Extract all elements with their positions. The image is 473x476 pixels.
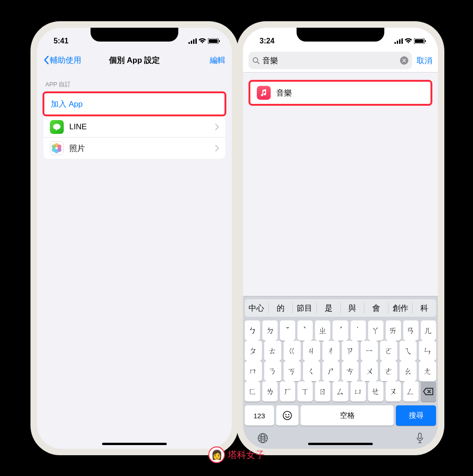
- photos-icon: [50, 141, 64, 155]
- list-item-photos[interactable]: 照片: [43, 138, 225, 159]
- key[interactable]: ㄧ: [361, 341, 378, 361]
- line-label: LINE: [69, 122, 215, 132]
- key-123[interactable]: 123: [245, 405, 274, 426]
- clear-button[interactable]: [400, 56, 408, 65]
- suggestion-item[interactable]: 是: [317, 303, 341, 313]
- key[interactable]: ㄨ: [361, 361, 378, 381]
- key[interactable]: ㄎ: [284, 361, 301, 381]
- mic-icon[interactable]: [416, 432, 424, 444]
- add-app-label: 加入 App: [51, 99, 218, 109]
- key[interactable]: ㄡ: [386, 381, 401, 402]
- key[interactable]: ㄗ: [342, 341, 359, 361]
- suggestion-item[interactable]: 節目: [293, 303, 317, 313]
- svg-point-17: [285, 414, 286, 416]
- key-row: ㄈㄌㄏㄒㄖㄙㄩㄝㄡㄥ: [245, 381, 436, 402]
- svg-rect-9: [399, 39, 400, 44]
- phone-mock-right: 3:24 取消 音: [236, 21, 444, 455]
- svg-point-16: [283, 411, 291, 420]
- key[interactable]: ㄐ: [303, 341, 320, 361]
- emoji-icon: [282, 410, 292, 421]
- key[interactable]: ㄟ: [400, 341, 417, 361]
- key[interactable]: ㄌ: [262, 381, 278, 402]
- key[interactable]: ㄥ: [403, 381, 418, 402]
- watermark-label: 塔科女子: [228, 449, 265, 461]
- key[interactable]: ㄋ: [264, 361, 281, 381]
- edit-button[interactable]: 編輯: [210, 55, 225, 66]
- back-label: 輔助使用: [50, 55, 81, 66]
- music-icon: [257, 86, 271, 100]
- home-indicator[interactable]: [308, 443, 373, 445]
- key[interactable]: ㄘ: [342, 361, 359, 381]
- key[interactable]: ㄈ: [245, 381, 260, 402]
- key[interactable]: ㄜ: [380, 361, 397, 381]
- app-list: LINE 照片: [43, 116, 225, 159]
- add-app-button[interactable]: 加入 App: [44, 93, 224, 114]
- search-input[interactable]: [262, 56, 397, 65]
- key[interactable]: ㄉ: [262, 320, 278, 341]
- results-area: 音樂: [243, 72, 438, 296]
- search-bar: 取消: [243, 50, 438, 72]
- suggestion-item[interactable]: 的: [269, 303, 293, 313]
- cancel-button[interactable]: 取消: [417, 55, 432, 66]
- list-item-line[interactable]: LINE: [43, 116, 225, 138]
- key[interactable]: ˋ: [297, 320, 313, 341]
- screen-right: 3:24 取消 音: [243, 28, 438, 449]
- search-field[interactable]: [249, 52, 412, 69]
- keyboard: 中心的節目是與會創作科 ㄅㄉˇˋㄓˊ˙ㄚㄞㄢㄦㄆㄊㄍㄐㄔㄗㄧㄛㄟㄣㄇㄋㄎㄑㄕㄘㄨ…: [243, 296, 438, 449]
- key[interactable]: ˙: [351, 320, 366, 341]
- key[interactable]: ㄒ: [297, 381, 313, 402]
- key[interactable]: ˊ: [333, 320, 348, 341]
- key[interactable]: ㄚ: [368, 320, 383, 341]
- svg-rect-2: [193, 39, 194, 44]
- key[interactable]: ㄛ: [380, 341, 397, 361]
- key[interactable]: ㄙ: [333, 381, 348, 402]
- key[interactable]: ㄞ: [386, 320, 401, 341]
- svg-rect-6: [219, 40, 220, 42]
- key-backspace[interactable]: [421, 381, 436, 402]
- key[interactable]: ˇ: [280, 320, 295, 341]
- key-search[interactable]: 搜尋: [396, 405, 436, 426]
- home-indicator[interactable]: [102, 443, 167, 445]
- key-emoji[interactable]: [276, 405, 298, 426]
- svg-rect-7: [394, 42, 396, 44]
- key[interactable]: ㄓ: [315, 320, 330, 341]
- suggestion-item[interactable]: 會: [364, 303, 388, 313]
- suggestion-item[interactable]: 中心: [245, 303, 269, 313]
- key[interactable]: ㄩ: [351, 381, 366, 402]
- key[interactable]: ㄑ: [303, 361, 320, 381]
- key[interactable]: ㄇ: [245, 361, 262, 381]
- nav-bar: 輔助使用 個別 App 設定 編輯: [37, 50, 232, 70]
- key[interactable]: ㄖ: [315, 381, 330, 402]
- svg-rect-12: [415, 39, 424, 43]
- cellular-icon: [394, 38, 403, 44]
- key[interactable]: ㄆ: [245, 341, 262, 361]
- status-icons: [394, 38, 426, 44]
- key[interactable]: ㄅ: [245, 320, 260, 341]
- key[interactable]: ㄏ: [280, 381, 295, 402]
- notch: [91, 28, 178, 42]
- suggestion-item[interactable]: 科: [412, 303, 436, 313]
- phone-mock-left: 5:41 輔助使用 個別 App 設定 編輯 APP 自訂 加入 App: [30, 21, 238, 455]
- status-icons: [188, 38, 220, 44]
- key[interactable]: ㄝ: [368, 381, 383, 402]
- key[interactable]: ㄣ: [419, 341, 436, 361]
- cellular-icon: [188, 38, 197, 44]
- key[interactable]: ㄤ: [419, 361, 436, 381]
- back-button[interactable]: 輔助使用: [43, 55, 81, 66]
- svg-rect-3: [195, 38, 197, 44]
- key[interactable]: ㄢ: [403, 320, 418, 341]
- svg-rect-0: [188, 42, 190, 44]
- key-row: ㄇㄋㄎㄑㄕㄘㄨㄜㄠㄤ: [245, 361, 436, 381]
- result-music[interactable]: 音樂: [250, 82, 431, 104]
- suggestion-item[interactable]: 與: [341, 303, 365, 313]
- key[interactable]: ㄠ: [400, 361, 417, 381]
- key[interactable]: ㄦ: [421, 320, 436, 341]
- key[interactable]: ㄊ: [264, 341, 281, 361]
- key[interactable]: ㄕ: [322, 361, 340, 381]
- suggestion-item[interactable]: 創作: [388, 303, 412, 313]
- svg-rect-1: [191, 41, 192, 44]
- globe-icon[interactable]: [257, 432, 269, 444]
- key-space[interactable]: 空格: [301, 405, 394, 426]
- key[interactable]: ㄍ: [284, 341, 301, 361]
- key[interactable]: ㄔ: [322, 341, 340, 361]
